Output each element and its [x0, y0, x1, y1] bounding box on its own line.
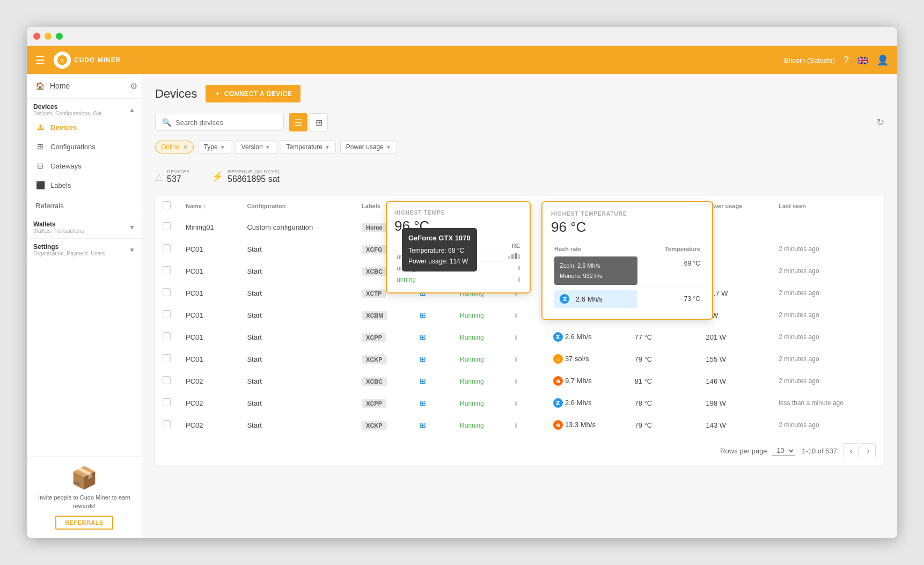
device-name: PC01 [178, 238, 239, 260]
next-page-button[interactable]: › [861, 443, 876, 458]
hash-icon: Ƶ [553, 332, 563, 342]
device-name: PC01 [178, 282, 239, 304]
devices-stat: △ DEVICES 537 [155, 169, 190, 184]
col-name[interactable]: Name ↑ [178, 196, 239, 216]
user-account-icon[interactable]: 👤 [877, 54, 889, 66]
settings-gear-icon[interactable]: ⚙ [130, 81, 137, 91]
home-icon: 🏠 [35, 82, 45, 90]
row-checkbox[interactable] [163, 288, 171, 296]
language-flag[interactable]: 🇬🇧 [857, 55, 868, 65]
logo: C CUDO MINER [54, 52, 121, 69]
wallets-section[interactable]: Wallets Wallets, Transactions ▼ [27, 216, 142, 239]
referral-illustration: 📦 [35, 465, 133, 490]
device-temp: 79 °C [627, 414, 699, 436]
device-status: Running [460, 378, 484, 385]
row-checkbox[interactable] [163, 376, 171, 384]
device-lastseen: 2 minutes ago [771, 348, 884, 370]
row-checkbox[interactable] [163, 266, 171, 274]
row-checkbox[interactable] [163, 310, 171, 318]
filter-type[interactable]: Type ▼ [198, 140, 231, 154]
settings-section[interactable]: Settings Organisation, Payment, Users ▼ [27, 239, 142, 261]
power-arrow-icon: ▼ [386, 144, 391, 150]
table-row[interactable]: PC01 Start XCBM ⊞ Running ⊙14 sol/s 58 °… [155, 304, 884, 326]
device-type-icon: ⊞ [420, 421, 426, 429]
sidebar-item-labels[interactable]: ⬛ Labels [27, 175, 142, 195]
devices-section-sub: Devices, Configurations, Gat... [33, 111, 106, 116]
hash-rate-col-header: Hash rate [551, 244, 641, 254]
table-row[interactable]: PC02 Start XCKP ⊞ Running ⊕13.3 Mh/s 79 … [155, 414, 884, 436]
hash-icon: Ƶ [553, 398, 563, 408]
connect-device-button[interactable]: ＋ CONNECT A DEVICE [206, 85, 300, 102]
grid-view-button[interactable]: ⊞ [310, 113, 328, 131]
monero-hashrate: Monero: 932 h/s [560, 271, 632, 281]
settings-expand-icon[interactable]: ▼ [129, 246, 135, 254]
prev-page-button[interactable]: ‹ [844, 443, 859, 458]
temp-col-header: Temperature [641, 244, 703, 254]
col-configuration[interactable]: Configuration [239, 196, 354, 216]
minimize-button[interactable] [45, 33, 52, 40]
sidebar-item-configurations[interactable]: ⊞ Configurations [27, 137, 142, 156]
titlebar [27, 27, 897, 46]
labels-icon: ⬛ [35, 180, 45, 190]
device-label: XCTP [362, 289, 386, 298]
row-checkbox[interactable] [163, 420, 171, 428]
refresh-button[interactable]: ↻ [876, 116, 884, 128]
device-config: Start [239, 326, 354, 348]
device-hashrate: ⊕9.7 Mh/s [546, 370, 627, 392]
revenue-stat-icon: ⚡ [211, 171, 223, 182]
device-lastseen: 2 minutes ago [771, 414, 884, 436]
search-input[interactable] [175, 119, 277, 127]
sidebar-item-devices[interactable]: ⚠ Devices [27, 118, 142, 137]
wallets-expand-icon[interactable]: ▼ [129, 224, 135, 231]
sidebar: 🏠 Home ⚙ Devices Devices, Configurations… [27, 74, 142, 538]
signal-bars [515, 335, 517, 340]
sidebar-item-home[interactable]: 🏠 Home [27, 74, 78, 98]
currency-display: Bitcoin (Satoshi) [784, 56, 835, 64]
rows-per-page-select[interactable]: 10 25 50 [772, 446, 795, 456]
list-view-button[interactable]: ☰ [289, 113, 307, 131]
settings-title: Settings [33, 243, 105, 251]
table-row[interactable]: PC02 Start XCBC ⊞ Running ⊕9.7 Mh/s 81 °… [155, 370, 884, 392]
filter-power-usage[interactable]: Power usage ▼ [340, 140, 397, 154]
sidebar-item-labels-label: Labels [50, 181, 71, 189]
table-row[interactable]: PC01 Start XCPP ⊞ Running Ƶ2.6 Mh/s 77 °… [155, 326, 884, 348]
close-button[interactable] [33, 33, 40, 40]
hamburger-menu[interactable]: ☰ [35, 54, 45, 67]
row-checkbox[interactable] [163, 244, 171, 252]
card-row-temp-2: 73 °C [641, 288, 703, 311]
referrals-label[interactable]: Referrals [35, 202, 64, 210]
devices-icon: ⚠ [35, 122, 45, 132]
hash-icon: ⊕ [553, 420, 563, 430]
search-box[interactable]: 🔍 [155, 114, 284, 131]
col-lastseen[interactable]: Last seen [771, 196, 884, 216]
sidebar-collapse-icon[interactable]: ▲ [129, 106, 135, 114]
device-lastseen: 2 minutes ago [771, 282, 884, 304]
device-power: 143 W [698, 414, 771, 436]
right-highlight-card: HIGHEST TEMPERATURE 96 °C Hash rate Temp… [541, 201, 713, 320]
referrals-button[interactable]: REFERRALS [55, 516, 113, 530]
filter-temperature[interactable]: Temperature ▼ [281, 140, 336, 154]
signal-bars [515, 357, 517, 362]
row-checkbox[interactable] [163, 222, 171, 230]
table-row[interactable]: PC02 Start XCPP ⊞ Running Ƶ2.6 Mh/s 78 °… [155, 392, 884, 414]
filter-online-remove[interactable]: ✕ [183, 144, 188, 151]
device-type-icon: ⊞ [420, 377, 426, 385]
filter-online[interactable]: Online ✕ [155, 141, 194, 153]
row-checkbox[interactable] [163, 332, 171, 340]
row-checkbox[interactable] [163, 354, 171, 362]
device-name: PC02 [178, 414, 239, 436]
table-row[interactable]: PC01 Start XCKP ⊞ Running ☺37 sol/s 79 °… [155, 348, 884, 370]
device-status: Running [460, 312, 484, 319]
sidebar-item-gateways[interactable]: ⊟ Gateways [27, 156, 142, 175]
maximize-button[interactable] [56, 33, 63, 40]
device-lastseen: 2 minutes ago [771, 370, 884, 392]
devices-stat-label: DEVICES [167, 169, 190, 174]
wallets-sub: Wallets, Transactions [33, 228, 84, 234]
temperature-arrow-icon: ▼ [325, 144, 330, 150]
help-icon[interactable]: ? [844, 55, 849, 66]
filter-version[interactable]: Version ▼ [236, 140, 276, 154]
wallets-title: Wallets [33, 221, 84, 228]
row-checkbox[interactable] [163, 398, 171, 406]
devices-stat-icon: △ [155, 171, 163, 182]
device-lastseen: 2 minutes ago [771, 304, 884, 326]
